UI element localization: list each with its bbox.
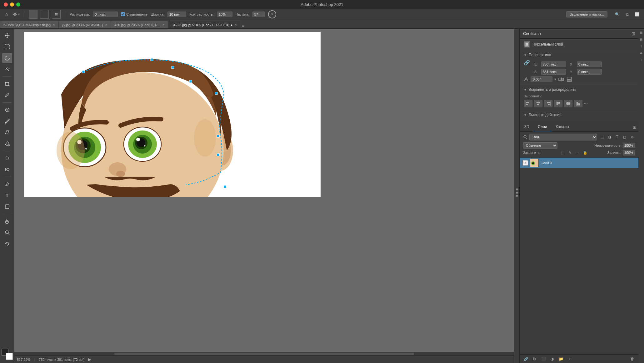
layer-filter-select[interactable]: Вид Имя Тип	[529, 134, 597, 140]
pen-button[interactable]	[2, 179, 12, 189]
tab-2-close[interactable]: ✕	[105, 23, 107, 27]
right-strip-btn-5[interactable]: ↕	[639, 57, 644, 62]
layer-item-0[interactable]: 👁 Слой 0	[520, 158, 638, 168]
layer-filter-type[interactable]: T	[614, 134, 620, 140]
arrange-button[interactable]: ⧉	[624, 12, 631, 17]
status-arrow-button[interactable]: ▶	[88, 357, 91, 362]
layer-filter-pixel[interactable]: ⬚	[599, 134, 605, 140]
maximize-button[interactable]	[16, 2, 20, 7]
tab-2[interactable]: yy.jpg @ 203% (RGB/8#...) ✕	[58, 21, 111, 28]
blend-mode-select[interactable]: Обычные Умножение Осветление	[523, 142, 557, 149]
layer-filter-shape[interactable]: ◻	[622, 134, 628, 140]
more-align-options[interactable]: ···	[584, 100, 588, 107]
right-strip-btn-2[interactable]: ⊟	[639, 37, 644, 42]
link-icon-wrapper[interactable]: 🔗	[524, 60, 530, 66]
feather-input[interactable]	[93, 12, 118, 17]
close-button[interactable]	[4, 2, 8, 7]
angle-chevron-button[interactable]: ▾	[554, 77, 556, 81]
width-input[interactable]	[167, 12, 186, 17]
type-button[interactable]: T	[2, 190, 12, 200]
window-controls[interactable]	[4, 2, 20, 7]
brush-button[interactable]	[2, 116, 12, 126]
lock-move-button[interactable]: ↔	[575, 150, 581, 155]
layer-visibility-button[interactable]: 👁	[522, 160, 528, 166]
width-prop-input[interactable]	[541, 61, 566, 67]
fill-input[interactable]	[623, 150, 635, 155]
panel-expand-button[interactable]: ⊞	[632, 31, 635, 36]
expand-button[interactable]: ⬜	[633, 12, 642, 17]
contrast-input[interactable]	[217, 12, 232, 17]
home-button[interactable]: ⌂	[2, 11, 10, 18]
tab-channels[interactable]: Каналы	[552, 122, 574, 131]
tabs-overflow-button[interactable]: »	[242, 23, 244, 28]
lock-all-button[interactable]: 🔒	[582, 150, 588, 155]
tab-1-close[interactable]: ✕	[52, 23, 55, 27]
add-layer-button[interactable]: +	[566, 356, 573, 362]
tab-layers-label: Слои	[538, 125, 547, 129]
blur-button[interactable]	[2, 153, 12, 163]
horizontal-scrollbar[interactable]	[14, 352, 514, 356]
right-strip-btn-1[interactable]: ⊞	[639, 30, 644, 35]
perspective-header[interactable]: ▼ Перспектива	[524, 53, 635, 57]
height-prop-input[interactable]	[541, 69, 566, 75]
lock-pixels-button[interactable]: ⬚	[560, 150, 566, 155]
canvas-content[interactable]	[14, 29, 514, 352]
tab-3d[interactable]: 3D	[520, 122, 533, 131]
dodge-button[interactable]	[2, 164, 12, 174]
add-adjustment-button[interactable]: ◑	[549, 356, 556, 362]
align-center-h-button[interactable]	[534, 100, 542, 107]
color-swatches[interactable]	[2, 349, 13, 360]
tab-4-close[interactable]: ✕	[234, 23, 237, 27]
marquee-tool-button[interactable]	[2, 42, 12, 52]
move-tool-button[interactable]	[2, 31, 12, 41]
crop-tool-button[interactable]	[2, 79, 12, 89]
align-header[interactable]: ▼ Выровнять и распределить	[524, 87, 635, 92]
flip-h-icon[interactable]	[558, 76, 564, 82]
hand-button[interactable]	[2, 216, 12, 226]
layer-filter-adjust[interactable]: ◑	[607, 134, 613, 140]
right-strip-btn-4[interactable]: ⊛	[639, 51, 644, 56]
magic-wand-button[interactable]	[2, 64, 12, 74]
selection-mask-button[interactable]: Выделение и маска...	[566, 11, 607, 17]
delete-layer-button[interactable]: 🗑	[629, 356, 636, 362]
opacity-input[interactable]	[623, 143, 635, 148]
mid-strip[interactable]	[514, 29, 520, 363]
eyedropper-button[interactable]	[2, 90, 12, 100]
shape-button[interactable]	[2, 202, 12, 212]
align-right-button[interactable]	[544, 100, 552, 107]
x-prop-input[interactable]	[577, 61, 602, 67]
add-group-button[interactable]: 📁	[557, 356, 564, 362]
align-center-v-button[interactable]	[564, 100, 572, 107]
add-mask-button[interactable]: ⬛	[540, 356, 547, 362]
tab-3[interactable]: 430.jpg @ 205% (Слой 0, R... ✕	[111, 21, 168, 28]
tab-3-close[interactable]: ✕	[162, 23, 165, 27]
search-button[interactable]: 🔍	[613, 12, 622, 17]
lasso-tool-button[interactable]	[2, 53, 12, 63]
align-bottom-button[interactable]	[574, 100, 582, 107]
paint-bucket-button[interactable]	[2, 139, 12, 149]
angle-input[interactable]	[531, 76, 552, 82]
healing-brush-button[interactable]	[2, 105, 12, 115]
tab-1[interactable]: n-BfWDyQ10uMk-unsplash.jpg ✕	[0, 21, 58, 28]
layers-panel-expand[interactable]: ⊞	[633, 125, 637, 130]
tab-4[interactable]: 34223.jpg @ 518% (Слой 0, RGB/8#) ● ✕	[168, 21, 240, 28]
y-prop-input[interactable]	[577, 69, 602, 75]
layer-effects-button[interactable]: fx	[531, 356, 538, 362]
antialiasing-checkbox[interactable]	[121, 12, 125, 16]
quick-actions-header[interactable]: ▼ Быстрые действия	[524, 113, 635, 117]
link-layers-button[interactable]: 🔗	[522, 356, 529, 362]
antialiasing-check[interactable]: Сглаживание	[121, 12, 147, 16]
minimize-button[interactable]	[10, 2, 14, 7]
history-button[interactable]	[2, 239, 12, 249]
align-left-button[interactable]	[524, 100, 532, 107]
flip-v-icon[interactable]	[566, 76, 572, 82]
layer-filter-smart[interactable]: ⊛	[629, 134, 635, 140]
lock-artboard-button[interactable]: ✎	[567, 150, 573, 155]
eraser-button[interactable]	[2, 127, 12, 137]
tab-layers[interactable]: Слои	[533, 122, 551, 131]
background-color[interactable]	[6, 353, 13, 360]
frequency-input[interactable]	[252, 12, 265, 17]
align-top-button[interactable]	[554, 100, 562, 107]
right-strip-btn-3[interactable]: T	[639, 44, 644, 49]
zoom-button[interactable]	[2, 228, 12, 238]
